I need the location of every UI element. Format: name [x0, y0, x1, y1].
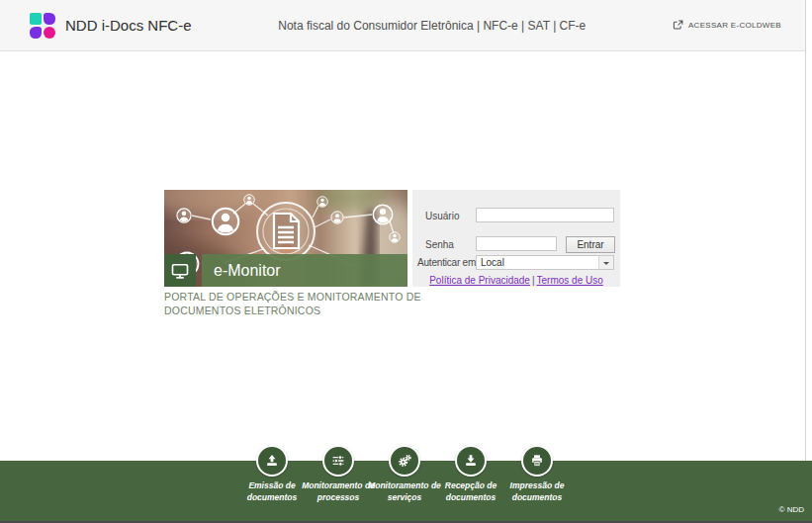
privacy-policy-link[interactable]: Política de Privacidade: [429, 275, 530, 286]
chevron-down-icon: [603, 262, 609, 268]
gears-icon[interactable]: [389, 445, 420, 477]
emonitor-banner: e-Monitor: [164, 190, 407, 287]
authenticate-label: Autenticar em: [417, 257, 476, 268]
copyright: © NDD: [779, 505, 804, 514]
page: NDD i-Docs NFC-e Nota fiscal do Consumid…: [0, 0, 812, 523]
authenticate-selected-value: Local: [481, 257, 504, 268]
footer: Emissão dedocumentos Monitoramento depro…: [0, 461, 812, 521]
app-title: NDD i-Docs NFC-e: [65, 17, 192, 34]
tagline-line2: DOCUMENTOS ELETRÔNICOS: [164, 305, 441, 318]
links-separator: |: [532, 275, 535, 286]
monitor-icon: [170, 261, 190, 281]
monitor-icon-box: [164, 254, 196, 287]
username-input[interactable]: [476, 208, 614, 222]
footer-item-label: Impressão dedocumentos: [493, 479, 582, 504]
external-link-icon: [673, 20, 683, 31]
content-right-edge: [805, 0, 806, 461]
legal-links: Política de Privacidade|Termos de Uso: [412, 275, 620, 286]
login-panel: Usuário Senha Entrar Autenticar em Local…: [412, 190, 620, 287]
access-ecoldweb-link[interactable]: ACESSAR E-COLDWEB: [673, 20, 781, 31]
password-label: Senha: [425, 239, 454, 250]
portal-tagline: PORTAL DE OPERAÇÕES E MONITORAMENTO DE D…: [164, 291, 441, 318]
banner-title-bar: e-Monitor: [164, 254, 407, 287]
password-input[interactable]: [476, 236, 557, 251]
access-ecoldweb-label: ACESSAR E-COLDWEB: [688, 21, 781, 30]
footer-item-impressao[interactable]: Impressão dedocumentos: [493, 445, 582, 504]
authenticate-select[interactable]: Local: [476, 255, 614, 270]
upload-icon[interactable]: [256, 445, 288, 477]
terms-of-use-link[interactable]: Termos de Uso: [537, 275, 603, 286]
ndd-logo-icon: [30, 13, 55, 39]
header: NDD i-Docs NFC-e Nota fiscal do Consumid…: [0, 0, 805, 51]
product-name: e-Monitor: [202, 254, 407, 287]
username-label: Usuário: [425, 211, 459, 221]
download-icon[interactable]: [455, 445, 487, 477]
header-subtitle: Nota fiscal do Consumidor Eletrônica | N…: [192, 19, 673, 33]
select-arrow-box[interactable]: [598, 256, 613, 269]
sliders-icon[interactable]: [322, 445, 354, 477]
login-button[interactable]: Entrar: [566, 236, 615, 253]
tagline-line1: PORTAL DE OPERAÇÕES E MONITORAMENTO DE: [164, 291, 441, 305]
printer-icon[interactable]: [521, 445, 553, 477]
